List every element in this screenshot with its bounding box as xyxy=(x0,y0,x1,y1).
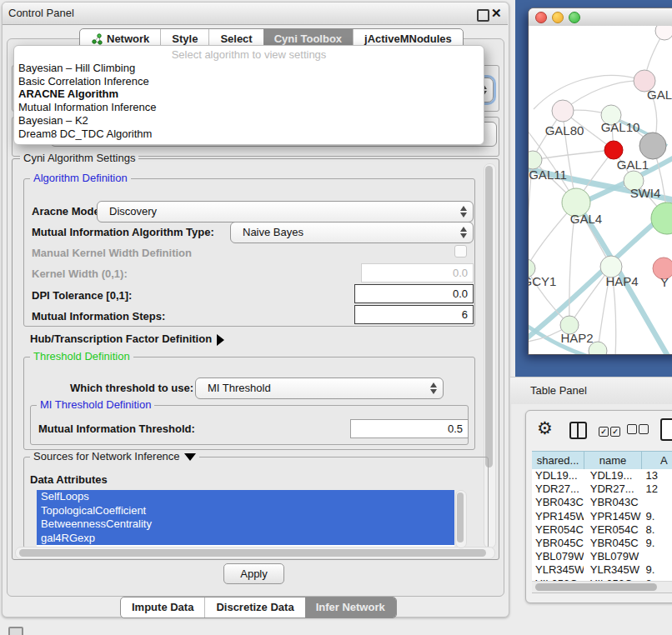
network-node[interactable] xyxy=(639,132,666,159)
close-icon[interactable]: ✕ xyxy=(491,6,502,21)
minimize-traffic-icon[interactable] xyxy=(552,12,564,23)
node-label: GAL11 xyxy=(529,168,567,182)
dropdown-item[interactable]: ARACNE Algorithm xyxy=(14,88,484,101)
network-icon xyxy=(91,33,103,45)
cyni-settings-title: Cyni Algorithm Settings xyxy=(20,152,138,164)
dropdown-prompt: Select algorithm to view settings xyxy=(14,46,484,62)
mi-threshold-label: Mutual Information Threshold: xyxy=(38,422,195,435)
table-row[interactable]: YBL079WYBL079W xyxy=(532,550,672,563)
dropdown-item[interactable]: Dream8 DC_TDC Algorithm xyxy=(14,128,484,141)
node-label: HAP4 xyxy=(605,274,638,288)
table-row[interactable]: YBR045CYBR045C9. xyxy=(532,537,672,550)
deselect-all-icon[interactable] xyxy=(627,424,650,437)
triangle-right-icon xyxy=(217,334,224,346)
which-threshold-combo[interactable]: MI Threshold xyxy=(195,378,444,399)
network-node-gal11[interactable] xyxy=(529,151,542,169)
hub-definition-toggle[interactable]: Hub/Transcription Factor Definition xyxy=(30,332,224,346)
zoom-traffic-icon[interactable] xyxy=(569,12,580,23)
mi-threshold-field[interactable]: 0.5 xyxy=(350,419,469,438)
gear-icon[interactable]: ⚙ xyxy=(537,418,553,438)
mi-type-label: Mutual Information Algorithm Type: xyxy=(32,226,214,238)
column-header[interactable]: name xyxy=(584,452,642,469)
table-bottom-border xyxy=(532,592,672,593)
mi-steps-label: Mutual Information Steps: xyxy=(32,310,165,322)
data-attributes-list[interactable]: SelfLoopsTopologicalCoefficientBetweenne… xyxy=(37,490,454,547)
network-node[interactable] xyxy=(651,202,672,234)
table-panel-title: Table Panel xyxy=(530,384,587,397)
settings-vscrollbar-thumb[interactable] xyxy=(485,166,493,468)
attribute-item[interactable]: gal4RGexp xyxy=(37,532,454,546)
table-header-row: shared...nameA xyxy=(532,451,672,470)
manual-kernel-checkbox[interactable] xyxy=(454,245,467,258)
node-label: GAL xyxy=(647,88,672,102)
column-header[interactable]: shared... xyxy=(532,452,584,469)
attribute-item[interactable]: SelfLoops xyxy=(37,490,454,504)
close-traffic-icon[interactable] xyxy=(535,12,547,23)
table-icon[interactable] xyxy=(660,418,672,441)
network-window-titlebar[interactable] xyxy=(529,8,672,27)
node-label: GAL4 xyxy=(570,212,602,226)
table-row[interactable]: YDL19...YDL19...13 xyxy=(532,469,672,482)
float-window-icon[interactable] xyxy=(477,9,489,22)
settings-hscrollbar[interactable] xyxy=(15,547,495,559)
table-panel-titlebar[interactable]: Table Panel xyxy=(510,377,672,404)
table-row[interactable]: YLR345WYLR345W9. xyxy=(532,563,672,577)
aracne-mode-label: Aracne Mode: xyxy=(32,205,103,218)
dropdown-item[interactable]: Bayesian – K2 xyxy=(14,114,484,128)
table-row[interactable]: YPR145WYPR145W9. xyxy=(532,510,672,523)
node-label: GAL10 xyxy=(601,120,640,134)
attributes-vscrollbar[interactable] xyxy=(455,490,467,548)
network-edge[interactable] xyxy=(563,81,644,111)
collapsed-panel-icon[interactable] xyxy=(8,627,23,635)
table-body: YDL19...YDL19...13YDR27...YDR27...12YBR0… xyxy=(532,469,672,581)
kernel-width-field[interactable]: 0.0 xyxy=(361,263,474,282)
chevron-updown-icon xyxy=(459,226,467,239)
threshold-definition-title: Threshold Definition xyxy=(30,351,133,362)
dropdown-item[interactable]: Bayesian – Hill Climbing xyxy=(14,62,484,75)
network-edge[interactable] xyxy=(534,76,644,110)
network-node-gal80[interactable] xyxy=(552,100,574,122)
table-row[interactable]: YER054CYER054C8. xyxy=(532,523,672,537)
chevron-updown-icon xyxy=(459,205,467,218)
node-label: GAL1 xyxy=(617,158,649,172)
dpi-tolerance-label: DPI Tolerance [0,1]: xyxy=(32,289,132,302)
chevron-updown-icon xyxy=(429,382,437,395)
node-label: HAP2 xyxy=(560,331,593,345)
tab-discretize-data[interactable]: Discretize Data xyxy=(204,598,304,618)
sources-title[interactable]: Sources for Network Inference xyxy=(30,451,199,462)
table-row[interactable]: YDR27...YDR27...12 xyxy=(532,482,672,496)
attributes-vscrollbar-thumb[interactable] xyxy=(457,492,464,542)
mi-steps-field[interactable]: 6 xyxy=(354,305,474,324)
bottom-tab-strip: Impute DataDiscretize DataInfer Network xyxy=(120,597,397,618)
node-label: GCY1 xyxy=(529,274,556,288)
data-attributes-label: Data Attributes xyxy=(30,473,108,486)
tab-impute-data[interactable]: Impute Data xyxy=(121,598,204,618)
dropdown-item[interactable]: Mutual Information Inference xyxy=(14,101,484,114)
aracne-mode-combo[interactable]: Discovery xyxy=(97,201,474,222)
screen: { "control_panel": { "title": "Control P… xyxy=(0,0,672,635)
kernel-width-label: Kernel Width (0,1): xyxy=(32,268,128,280)
network-node-gal1[interactable] xyxy=(604,141,623,159)
network-canvas[interactable]: GALGAL80GAL10GAL1GAL11SWI4GAL4GCY1HAP4YH… xyxy=(529,26,672,354)
split-columns-icon[interactable] xyxy=(569,422,587,439)
mi-type-combo[interactable]: Naive Bayes xyxy=(230,222,474,243)
network-node[interactable] xyxy=(655,26,672,40)
dpi-tolerance-field[interactable]: 0.0 xyxy=(354,284,474,303)
apply-button[interactable]: Apply xyxy=(223,563,284,584)
attribute-item[interactable]: TopologicalCoefficient xyxy=(37,504,454,518)
settings-hscrollbar-thumb[interactable] xyxy=(19,549,486,557)
mi-threshold-title: MI Threshold Definition xyxy=(37,399,154,411)
which-threshold-label: Which threshold to use: xyxy=(70,382,193,394)
column-header[interactable]: A xyxy=(642,452,672,469)
select-all-icon[interactable]: ✓✓ xyxy=(599,424,622,437)
table-row[interactable]: YBR043CYBR043C xyxy=(532,496,672,509)
node-label: Y xyxy=(660,275,669,289)
node-table: shared...nameA xyxy=(532,451,672,470)
table-hscrollbar-thumb[interactable] xyxy=(535,583,657,591)
table-hscrollbar[interactable] xyxy=(532,581,672,593)
tab-infer-network[interactable]: Infer Network xyxy=(305,598,396,618)
algorithm-definition-title: Algorithm Definition xyxy=(30,172,131,184)
dropdown-item[interactable]: Basic Correlation Inference xyxy=(14,75,484,88)
control-panel-titlebar[interactable] xyxy=(3,2,508,25)
attribute-item[interactable]: BetweennessCentrality xyxy=(37,518,454,532)
